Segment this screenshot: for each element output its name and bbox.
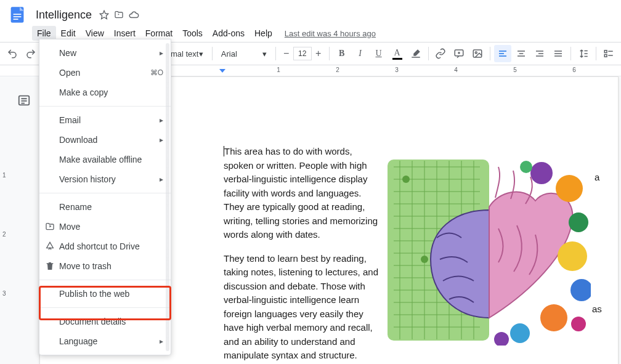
chevron-right-icon: ▸ [160, 116, 163, 124]
increase-font-button[interactable]: + [312, 47, 325, 60]
insert-image-button[interactable] [469, 45, 486, 62]
trash-icon [44, 261, 55, 272]
paragraph: They tend to learn best by reading, taki… [224, 252, 384, 363]
checklist-button[interactable] [600, 45, 617, 62]
menu-document-details[interactable]: Document details [39, 312, 171, 331]
ruler-tick: 5 [513, 67, 517, 73]
svg-rect-1 [14, 14, 22, 15]
decrease-font-button[interactable]: − [280, 47, 293, 60]
align-center-button[interactable] [513, 45, 530, 62]
menu-label: Add shortcut to Drive [59, 241, 140, 251]
menu-new[interactable]: New▸ [39, 43, 171, 63]
vruler-tick: 3 [2, 290, 6, 297]
cloud-status-icon[interactable] [128, 9, 140, 21]
chevron-right-icon: ▸ [160, 337, 163, 346]
menu-label: Document details [59, 317, 126, 326]
menu-email[interactable]: Email▸ [39, 110, 171, 130]
vertical-ruler[interactable]: 1 2 3 [0, 76, 12, 364]
redo-button[interactable] [22, 45, 39, 62]
font-size-input[interactable]: 12 [293, 47, 312, 60]
star-icon[interactable] [98, 9, 110, 21]
move-folder-icon[interactable] [113, 9, 125, 21]
svg-point-13 [402, 176, 410, 183]
font-family-select[interactable]: Arial▾ [216, 45, 272, 62]
ruler-tick: 1 [277, 67, 280, 73]
svg-point-20 [570, 279, 591, 301]
menu-move-to-trash[interactable]: Move to trash [39, 256, 171, 276]
bold-button[interactable]: B [333, 45, 351, 62]
undo-button[interactable] [4, 45, 21, 62]
paragraph: This area has to do with words, spoken o… [224, 146, 378, 240]
menu-make-copy[interactable]: Make a copy [39, 83, 171, 102]
align-justify-button[interactable] [550, 45, 567, 62]
menu-move[interactable]: Move [39, 217, 171, 237]
menu-add-shortcut[interactable]: Add shortcut to Drive [39, 237, 171, 256]
last-edit-link[interactable]: Last edit was 4 hours ago [285, 29, 376, 38]
svg-point-15 [421, 256, 428, 263]
svg-point-21 [540, 304, 567, 331]
svg-point-24 [571, 317, 586, 331]
menu-label: Language [59, 336, 97, 346]
svg-point-18 [569, 212, 588, 232]
underline-button[interactable]: U [370, 45, 388, 62]
menu-label: Email [59, 115, 81, 125]
inline-image[interactable] [388, 155, 591, 346]
svg-rect-3 [14, 18, 18, 20]
ruler-tick: 3 [395, 67, 399, 73]
menu-label: Move [59, 222, 80, 232]
ruler-tick: 4 [454, 67, 458, 73]
font-size-control: − 12 + [280, 47, 325, 60]
outline-toggle-button[interactable] [17, 94, 32, 108]
drive-shortcut-icon [44, 241, 55, 252]
menu-publish-to-web[interactable]: Publish to the web [39, 284, 171, 304]
line-spacing-button[interactable] [575, 45, 592, 62]
menu-open[interactable]: Open⌘O [39, 63, 171, 83]
shortcut-label: ⌘O [150, 68, 163, 77]
menu-label: Rename [59, 202, 92, 212]
chevron-right-icon: ▸ [160, 175, 163, 184]
text-fragment: a [595, 172, 599, 182]
text-fragment: as [592, 304, 602, 314]
insert-link-button[interactable] [432, 45, 449, 62]
chevron-down-icon: ▾ [262, 49, 267, 59]
docs-logo[interactable] [5, 2, 30, 27]
svg-rect-9 [604, 51, 607, 53]
chevron-down-icon: ▾ [199, 49, 203, 59]
menu-download[interactable]: Download▸ [39, 130, 171, 150]
menu-version-history[interactable]: Version history▸ [39, 169, 171, 189]
svg-marker-4 [100, 10, 108, 18]
svg-rect-5 [412, 57, 420, 58]
menu-label: Publish to the web [59, 289, 129, 299]
menu-rename[interactable]: Rename [39, 197, 171, 217]
svg-rect-10 [604, 55, 607, 57]
align-left-button[interactable] [494, 45, 511, 62]
folder-move-icon [44, 221, 55, 232]
italic-button[interactable]: I [352, 45, 369, 62]
text-color-button[interactable]: A [389, 45, 406, 62]
menu-label: New [59, 48, 76, 58]
menu-help[interactable]: Help [250, 26, 277, 41]
menu-label: Make a copy [59, 87, 108, 97]
svg-point-19 [558, 241, 587, 271]
ruler-tick: 6 [572, 67, 576, 73]
menu-language[interactable]: Language▸ [39, 331, 171, 351]
menu-offline[interactable]: Make available offline [39, 150, 171, 169]
highlight-button[interactable] [407, 45, 424, 62]
left-margin-indicator[interactable] [219, 69, 225, 73]
menu-label: Make available offline [59, 155, 142, 164]
vruler-tick: 2 [2, 231, 6, 238]
document-body[interactable]: This area has to do with words, spoken o… [224, 145, 384, 364]
svg-point-23 [494, 332, 509, 346]
menu-label: Move to trash [59, 261, 112, 271]
svg-point-17 [556, 175, 583, 202]
menu-tools[interactable]: Tools [177, 26, 208, 41]
align-right-button[interactable] [531, 45, 548, 62]
add-comment-button[interactable] [450, 45, 468, 62]
menu-addons[interactable]: Add-ons [208, 26, 250, 41]
svg-point-25 [520, 161, 532, 173]
menu-label: Open [59, 68, 80, 78]
doc-title[interactable]: Intelligence [32, 7, 95, 23]
vruler-tick: 1 [2, 172, 6, 179]
svg-rect-2 [14, 16, 22, 17]
chevron-right-icon: ▸ [160, 135, 163, 144]
